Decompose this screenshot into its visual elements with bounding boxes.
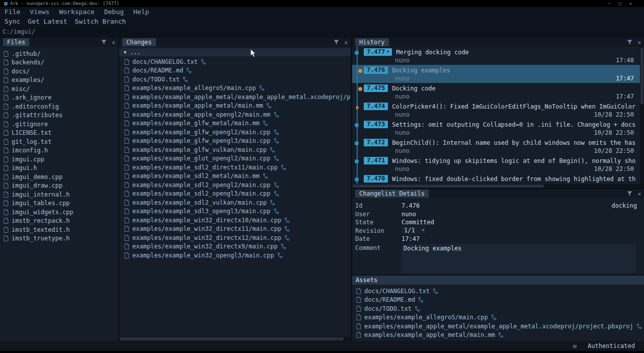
menu-item[interactable]: Debug	[104, 8, 124, 16]
history-entry[interactable]: 7.473 Settings: omit outputing Collapsed…	[352, 119, 640, 137]
horizontal-scrollbar-thumb[interactable]	[353, 185, 544, 188]
changed-file-row[interactable]: docs/README.md	[119, 66, 351, 75]
file-tree-item[interactable]: imgui_widgets.cpp	[0, 208, 118, 217]
revision-badge[interactable]: 7.477 ▼	[364, 48, 392, 56]
changed-file-row[interactable]: docs/CHANGELOG.txt	[119, 57, 351, 66]
menu-item[interactable]: Help	[133, 8, 149, 16]
asset-file-row[interactable]: docs/CHANGELOG.txt	[352, 287, 644, 296]
file-tree-item[interactable]: imstb_truetype.h	[0, 234, 118, 243]
file-tree-item[interactable]: .gitattributes	[0, 111, 118, 120]
changed-file-row[interactable]: examples/example_apple_metal/main.mm	[119, 102, 351, 111]
changed-file-row[interactable]: examples/example_glfw_opengl3/main.cpp	[119, 137, 351, 146]
close-panel-icon[interactable]: ✕	[637, 40, 641, 45]
file-tree-item[interactable]: imstb_textedit.h	[0, 225, 118, 234]
menu-item[interactable]: Workspace	[59, 8, 94, 16]
history-entry[interactable]: 7.476 Docking examples nuno 17:47	[352, 65, 640, 83]
history-entry[interactable]: 7.470 Windows: fixed double-clicked bord…	[352, 173, 640, 184]
file-tree-item[interactable]: git_log.txt	[0, 137, 118, 146]
file-tree-item[interactable]: imgui_draw.cpp	[0, 182, 118, 191]
asset-file-row[interactable]: docs/TODO.txt	[352, 304, 644, 313]
close-panel-icon[interactable]: ✕	[344, 40, 348, 45]
horizontal-scrollbar[interactable]	[352, 184, 644, 188]
revision-badge[interactable]: 7.476	[364, 66, 388, 74]
changed-file-row[interactable]: examples/example_win32_directx12/main.cp…	[119, 233, 351, 242]
filter-icon[interactable]	[627, 40, 632, 45]
menu-item[interactable]: File	[5, 8, 20, 16]
filter-icon[interactable]	[627, 191, 632, 196]
toolbar-button[interactable]: Sync	[5, 18, 20, 25]
file-tree-item[interactable]: imgui_demo.cpp	[0, 172, 118, 182]
revision-badge[interactable]: 7.472	[364, 139, 388, 146]
comment-field[interactable]: Docking examples	[401, 244, 636, 273]
changed-file-row[interactable]: examples/example_win32_directx11/main.cp…	[119, 225, 351, 234]
revision-badge[interactable]: 7.474	[364, 103, 388, 110]
file-tree-item[interactable]: imconfig.h	[0, 146, 118, 155]
changed-file-row[interactable]: examples/example_sdl2_vulkan/main.cpp	[119, 198, 351, 207]
menu-item[interactable]: Views	[30, 8, 49, 16]
changed-file-row[interactable]: examples/example_sdl3_opengl3/main.cpp	[119, 207, 351, 216]
changed-file-row[interactable]: examples/example_apple_metal/example_app…	[119, 93, 351, 102]
revision-select[interactable]: 1/1 ▼	[401, 227, 427, 234]
maximize-button[interactable]: ▢	[618, 1, 621, 6]
mail-icon[interactable]: ✉	[573, 342, 577, 349]
changed-file-row[interactable]: docs/TODO.txt	[119, 75, 351, 84]
toolbar-button[interactable]: Get Latest	[28, 18, 67, 25]
close-panel-icon[interactable]: ✕	[637, 191, 641, 197]
changed-file-row[interactable]: examples/example_glfw_opengl2/main.cpp	[119, 128, 351, 137]
filter-icon[interactable]	[334, 40, 339, 45]
history-entry[interactable]: 7.475 Docking code nuno 17:47	[352, 83, 640, 101]
vertical-scrollbar-thumb[interactable]	[640, 48, 643, 104]
file-tree-item[interactable]: misc/	[0, 84, 118, 94]
history-entry[interactable]: 7.472 BeginChild(): Internal name used b…	[352, 137, 640, 155]
asset-file-row[interactable]: examples/example_apple_metal/example_app…	[352, 322, 644, 331]
changes-root-row[interactable]: ▼ ...	[119, 48, 351, 56]
vertical-scrollbar[interactable]	[640, 47, 644, 184]
history-list: 7.477 ▼ Merging docking code nuno 17:48 …	[352, 47, 640, 184]
file-tree-item[interactable]: imgui_internal.h	[0, 190, 118, 199]
asset-file-row[interactable]: docs/README.md	[352, 296, 644, 305]
file-tree-item[interactable]: imgui.h	[0, 164, 118, 173]
file-tree-item[interactable]: backends/	[0, 58, 118, 67]
file-tree-item[interactable]: .github/	[0, 49, 118, 58]
file-tree-item[interactable]: imstb_rectpack.h	[0, 217, 118, 226]
file-tree-item[interactable]: imgui.cpp	[0, 155, 118, 164]
file-tree-item[interactable]: examples/	[0, 76, 118, 85]
changed-file-row[interactable]: examples/example_glfw_metal/main.mm	[119, 119, 351, 128]
history-entry[interactable]: 7.471 Windows: tidying up skipitems logi…	[352, 155, 640, 173]
file-tree-item[interactable]: imgui_tables.cpp	[0, 199, 118, 208]
history-entry[interactable]: 7.477 ▼ Merging docking code nuno 17:48	[352, 47, 640, 65]
file-tree-item[interactable]: .ark_ignore	[0, 94, 118, 103]
revision-badge[interactable]: 7.470	[364, 175, 388, 183]
changed-file-row[interactable]: examples/example_sdl2_opengl3/main.cpp	[119, 190, 351, 199]
changed-file-row[interactable]: examples/example_sdl2_opengl2/main.cpp	[119, 181, 351, 190]
revision-badge[interactable]: 7.473	[364, 121, 388, 128]
changed-file-row[interactable]: examples/example_apple_opengl2/main.mm	[119, 110, 351, 119]
toolbar-button[interactable]: Switch Branch	[75, 18, 126, 25]
horizontal-scrollbar[interactable]	[119, 337, 351, 341]
changed-file-row[interactable]: examples/example_glut_opengl2/main.cpp	[119, 154, 351, 163]
file-tree-item[interactable]: docs/	[0, 67, 118, 76]
changed-file-row[interactable]: examples/example_win32_opengl3/main.cpp	[119, 251, 351, 260]
changed-file-row[interactable]: examples/example_sdl2_metal/main.mm	[119, 172, 351, 181]
revision-badge[interactable]: 7.471	[364, 157, 388, 164]
revision-badge[interactable]: 7.475	[364, 84, 388, 92]
branch-status-icon	[183, 76, 188, 82]
file-tree-item[interactable]: LICENSE.txt	[0, 129, 118, 138]
changed-file-row[interactable]: examples/example_win32_directx9/main.cpp	[119, 242, 351, 251]
file-tree-item[interactable]: .gitignore	[0, 120, 118, 129]
horizontal-scrollbar-thumb[interactable]	[120, 337, 344, 340]
close-panel-icon[interactable]: ✕	[112, 40, 115, 45]
assets-panel-header[interactable]: Assets	[352, 276, 644, 285]
expander-icon[interactable]: ▼	[124, 50, 126, 55]
changed-file-row[interactable]: examples/example_sdl2_directx11/main.cpp	[119, 163, 351, 172]
changed-file-row[interactable]: examples/example_win32_directx10/main.cp…	[119, 216, 351, 225]
filter-icon[interactable]	[101, 40, 107, 45]
changed-file-row[interactable]: examples/example_glfw_vulkan/main.cpp	[119, 145, 351, 154]
close-button[interactable]: ✕	[629, 1, 632, 6]
asset-file-row[interactable]: examples/example_apple_metal/main.mm	[352, 331, 644, 340]
file-tree-item[interactable]: .editorconfig	[0, 102, 118, 111]
minimize-button[interactable]: ─	[608, 1, 610, 6]
history-entry[interactable]: 7.474 ColorPicker4(): Fixed ImGuiColorEd…	[352, 101, 640, 119]
changed-file-row[interactable]: examples/example_allegro5/main.cpp	[119, 84, 351, 93]
asset-file-row[interactable]: examples/example_allegro5/main.cpp	[352, 313, 644, 322]
